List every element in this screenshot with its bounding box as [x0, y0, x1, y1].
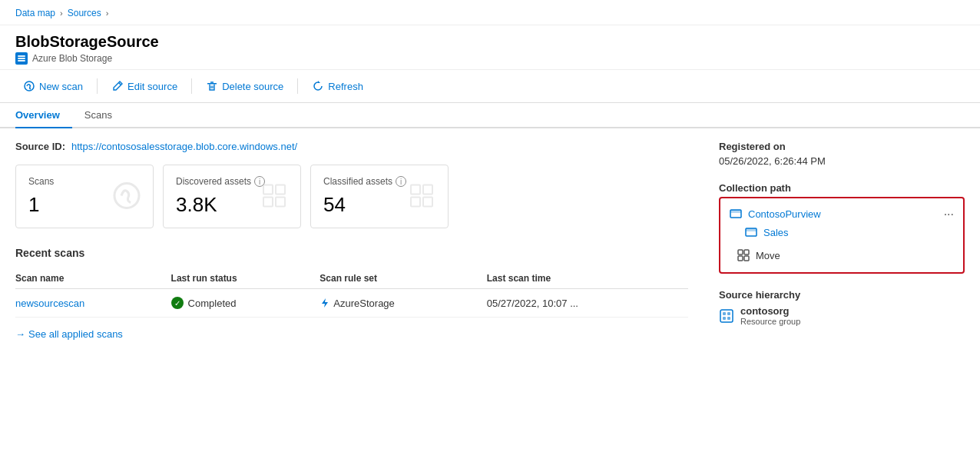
source-hierarchy-label: Source hierarchy: [719, 289, 965, 301]
hierarchy-type: Resource group: [740, 317, 800, 326]
collection-icon-1: [730, 208, 742, 220]
recent-scans: Recent scans Scan name Last run status S…: [15, 247, 688, 340]
svg-rect-27: [720, 310, 733, 322]
svg-rect-23: [738, 250, 743, 254]
svg-rect-10: [263, 185, 273, 194]
svg-point-9: [114, 183, 139, 208]
collection-box: ... ContosoPurview Sa: [719, 197, 965, 274]
breadcrumb: Data map › Sources ›: [0, 0, 980, 25]
col-rule-set: Scan rule set: [319, 268, 486, 289]
last-scan-time: 05/27/2022, 10:07 ...: [487, 289, 688, 318]
svg-rect-26: [744, 256, 749, 261]
main-content: Source ID: https://contososalesstorage.b…: [0, 128, 980, 354]
move-icon: [737, 249, 750, 261]
refresh-icon: [312, 80, 324, 92]
svg-rect-17: [423, 197, 432, 206]
scan-status: ✓ Completed: [171, 297, 314, 309]
stat-card-scans: Scans 1: [15, 165, 154, 228]
collection-path-section: Collection path ... ContosoPurview: [719, 182, 965, 274]
stat-icon-classified: [406, 180, 437, 213]
stat-card-classified: Classified assets i 54: [310, 165, 449, 228]
breadcrumb-chevron-1: ›: [60, 8, 63, 18]
source-id-value[interactable]: https://contososalesstorage.blob.core.wi…: [71, 141, 297, 152]
tabs: Overview Scans: [0, 103, 980, 128]
svg-rect-3: [18, 60, 25, 62]
svg-rect-15: [423, 185, 432, 194]
move-option[interactable]: Move: [730, 244, 954, 266]
collection-link-1[interactable]: ContosoPurview: [748, 208, 821, 220]
hierarchy-name: contosorg: [740, 305, 800, 317]
registered-on-label: Registered on: [719, 141, 965, 152]
collection-dots-button[interactable]: ...: [941, 203, 957, 220]
edit-icon: [111, 80, 124, 92]
svg-rect-30: [723, 317, 726, 320]
page-header: BlobStorageSource Azure Blob Storage: [0, 25, 980, 70]
collection-item-1: ContosoPurview: [730, 205, 954, 223]
source-hierarchy-section: Source hierarchy contosorg Resource grou…: [719, 289, 965, 326]
hierarchy-item: contosorg Resource group: [719, 305, 965, 326]
recent-scans-title: Recent scans: [15, 247, 688, 259]
breadcrumb-chevron-2: ›: [106, 8, 109, 18]
collection-icon-2: [745, 226, 757, 238]
rule-set-cell: AzureStorage: [319, 298, 480, 309]
scan-name-link[interactable]: newsourcescan: [15, 298, 84, 309]
breadcrumb-sources[interactable]: Sources: [68, 8, 101, 18]
col-last-time: Last scan time: [487, 268, 688, 289]
svg-rect-2: [18, 58, 25, 59]
svg-rect-29: [727, 312, 730, 315]
breadcrumb-data-map[interactable]: Data map: [15, 8, 55, 18]
scan-table: Scan name Last run status Scan rule set …: [15, 268, 688, 318]
source-id-row: Source ID: https://contososalesstorage.b…: [15, 141, 688, 152]
source-id-label: Source ID:: [15, 141, 65, 152]
move-label: Move: [756, 250, 780, 261]
svg-rect-31: [727, 317, 730, 320]
stats-cards: Scans 1 Discovered assets i 3.8K: [15, 165, 688, 228]
scan-table-header: Scan name Last run status Scan rule set …: [15, 268, 688, 289]
svg-rect-11: [276, 185, 285, 194]
svg-rect-28: [723, 312, 726, 315]
toolbar-divider-1: [97, 78, 98, 94]
svg-point-4: [25, 81, 34, 91]
registered-on-value: 05/26/2022, 6:26:44 PM: [719, 155, 965, 167]
tab-overview[interactable]: Overview: [15, 103, 72, 128]
left-panel: Source ID: https://contososalesstorage.b…: [15, 141, 688, 341]
stat-icon-scans: [111, 180, 142, 213]
toolbar: New scan Edit source Delete source Refre…: [0, 70, 980, 103]
stat-card-discovered: Discovered assets i 3.8K: [163, 165, 301, 228]
svg-rect-5: [207, 83, 217, 85]
page-subtitle-text: Azure Blob Storage: [32, 53, 112, 64]
hierarchy-details: contosorg Resource group: [740, 305, 800, 326]
right-panel: Registered on 05/26/2022, 6:26:44 PM Col…: [719, 141, 965, 341]
collection-link-2[interactable]: Sales: [763, 227, 789, 238]
new-scan-icon: [23, 80, 35, 92]
svg-marker-18: [322, 298, 328, 308]
bolt-icon: [319, 298, 330, 308]
svg-rect-25: [738, 256, 743, 261]
page-subtitle: Azure Blob Storage: [15, 52, 965, 65]
classified-info-icon[interactable]: i: [396, 176, 406, 187]
col-scan-name: Scan name: [15, 268, 171, 289]
delete-source-button[interactable]: Delete source: [198, 76, 291, 96]
svg-rect-1: [18, 55, 25, 57]
toolbar-divider-3: [297, 78, 298, 94]
registered-on-section: Registered on 05/26/2022, 6:26:44 PM: [719, 141, 965, 167]
page-title: BlobStorageSource: [15, 33, 965, 51]
svg-rect-14: [411, 185, 420, 194]
new-scan-button[interactable]: New scan: [15, 76, 91, 96]
see-all-scans[interactable]: → See all applied scans: [15, 328, 688, 340]
collection-item-2: Sales: [745, 223, 954, 241]
toolbar-divider-2: [191, 78, 192, 94]
edit-source-button[interactable]: Edit source: [104, 76, 185, 96]
svg-rect-24: [744, 250, 749, 254]
svg-rect-16: [411, 197, 420, 206]
svg-marker-8: [318, 81, 320, 83]
svg-rect-22: [746, 228, 757, 231]
svg-rect-20: [730, 210, 741, 213]
azure-blob-icon: [15, 52, 28, 65]
completed-icon: ✓: [171, 297, 184, 309]
stat-icon-discovered: [259, 180, 290, 213]
collection-path-label: Collection path: [719, 182, 965, 194]
hierarchy-icon: [719, 308, 734, 324]
refresh-button[interactable]: Refresh: [304, 76, 371, 96]
tab-scans[interactable]: Scans: [84, 103, 124, 128]
